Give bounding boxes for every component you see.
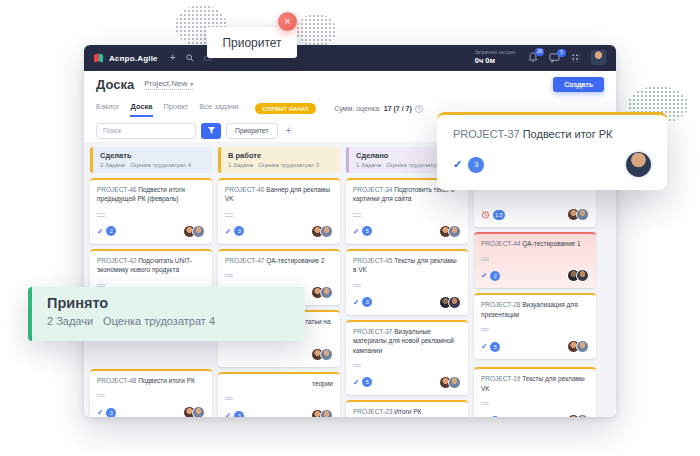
avatar xyxy=(576,208,589,221)
description-icon xyxy=(353,284,361,289)
task-card[interactable]: PROJECT-40 Баннер для рекламы VK ✓3 xyxy=(218,178,340,244)
bell-badge: 26 xyxy=(535,48,544,56)
check-icon: ✓ xyxy=(97,408,103,417)
task-card[interactable]: PROJECT-37 Визуальные материалы для ново… xyxy=(346,320,468,395)
avatar xyxy=(320,286,333,299)
tab-backlog[interactable]: Бэклог xyxy=(96,102,119,115)
estimate-badge: 5 xyxy=(362,226,372,236)
estimate-badge: 1.5 xyxy=(493,210,505,220)
notifications-bell-icon[interactable]: 26 xyxy=(528,52,538,63)
avatar xyxy=(448,376,461,389)
estimate-badge: 3 xyxy=(234,411,244,417)
check-icon: ✓ xyxy=(353,298,359,307)
check-icon: ✓ xyxy=(353,378,359,387)
description-icon xyxy=(97,213,105,218)
add-task-icon[interactable]: + xyxy=(170,53,176,63)
chevron-down-icon: ▾ xyxy=(190,80,193,87)
column-todo: Сделать 2 ЗадачиОценка трудозатрат 4 PRO… xyxy=(90,147,212,412)
description-icon xyxy=(481,402,489,407)
check-icon: ✓ xyxy=(481,416,487,417)
avatar xyxy=(576,269,589,282)
task-card[interactable]: PROJECT-48 Подвести итоги РК ✓3 xyxy=(90,369,212,417)
sprint-summary: Сумм. оценка: 17 (7 / 7) ? xyxy=(334,105,423,113)
page-header: Доска Project.New ▾ Создать xyxy=(84,71,616,98)
sprint-status-badge: СПРИНТ НАЧАТ xyxy=(255,103,316,114)
app-window: Аспро.Agile + Сп Затрачено сегодня 0ч 0м… xyxy=(84,45,616,417)
messages-badge: 5 xyxy=(557,49,566,57)
description-icon xyxy=(97,394,105,399)
app-name: Аспро.Agile xyxy=(109,54,158,63)
deadline-icon xyxy=(481,210,490,219)
info-icon[interactable]: ? xyxy=(415,105,423,113)
avatar xyxy=(320,225,333,238)
accepted-column-header-overlay: Принято 2 ЗадачиОценка трудозатрат 4 xyxy=(28,287,305,341)
estimate-badge: 5 xyxy=(490,342,500,352)
tab-project[interactable]: Проект xyxy=(164,102,189,115)
avatar xyxy=(448,225,461,238)
description-icon xyxy=(481,328,489,333)
estimate-badge: 3 xyxy=(362,297,372,307)
column-header[interactable]: В работе 1 ЗадачаОценка трудозатрат 3 xyxy=(218,147,340,173)
avatar xyxy=(626,152,651,177)
create-button[interactable]: Создать xyxy=(553,77,604,92)
avatar xyxy=(192,225,205,238)
task-card[interactable]: PROJECT-44 QA-тестирование 1 ✓2 xyxy=(474,232,596,288)
description-icon xyxy=(225,213,233,218)
tab-all-tasks[interactable]: Все задачи xyxy=(199,102,238,115)
search-input[interactable] xyxy=(96,123,196,139)
estimate-badge: 5 xyxy=(490,416,500,417)
task-card[interactable]: PROJECT-46 Подвести итоги предыдущей РК … xyxy=(90,178,212,244)
app-logo-icon xyxy=(94,53,104,63)
task-card[interactable]: теории ✓3 xyxy=(218,372,340,417)
estimate-badge: 2 xyxy=(490,271,500,281)
tab-board[interactable]: Доска xyxy=(130,102,152,117)
task-card[interactable]: PROJECT-23 Итоги РК ✓5 xyxy=(346,400,468,417)
avatar xyxy=(192,406,205,417)
estimate-badge: 3 xyxy=(468,157,484,173)
description-icon xyxy=(353,213,361,218)
task-card[interactable]: PROJECT-28 Визуализация для презентации … xyxy=(474,293,596,359)
estimate-badge: 3 xyxy=(234,226,244,236)
priority-filter-chip[interactable]: Приоритет xyxy=(226,123,278,139)
column-in-progress: В работе 1 ЗадачаОценка трудозатрат 3 PR… xyxy=(218,147,340,412)
funnel-icon xyxy=(207,126,216,135)
description-icon xyxy=(225,274,233,279)
avatar xyxy=(320,348,333,361)
check-icon: ✓ xyxy=(453,158,462,171)
project-selector[interactable]: Project.New ▾ xyxy=(144,79,193,90)
filter-button[interactable] xyxy=(201,123,221,139)
estimate-badge: 5 xyxy=(362,377,372,387)
close-icon[interactable]: × xyxy=(278,12,297,31)
messages-icon[interactable]: 5 xyxy=(549,53,560,63)
estimate-badge: 2 xyxy=(106,226,116,236)
decor-dots xyxy=(296,14,336,48)
description-icon xyxy=(481,257,489,262)
avatar xyxy=(320,409,333,417)
avatar xyxy=(576,340,589,353)
check-icon: ✓ xyxy=(97,227,103,236)
description-icon xyxy=(353,364,361,369)
priority-tooltip: Приоритет xyxy=(207,27,297,58)
task-card[interactable]: PROJECT-19 Тексты для рекламы VK ✓5 xyxy=(474,367,596,417)
apps-grid-icon[interactable] xyxy=(571,53,580,62)
estimate-badge: 3 xyxy=(106,408,116,417)
time-tracker[interactable]: Затрачено сегодня 0ч 0м xyxy=(475,50,515,65)
check-icon: ✓ xyxy=(225,411,231,417)
zoomed-task-card[interactable]: PROJECT-37 Подвести итог РК ✓ 3 xyxy=(437,112,667,190)
check-icon: ✓ xyxy=(481,271,487,280)
check-icon: ✓ xyxy=(225,227,231,236)
top-navbar: Аспро.Agile + Сп Затрачено сегодня 0ч 0м… xyxy=(84,45,616,71)
add-filter-button[interactable]: + xyxy=(283,125,295,136)
description-icon xyxy=(225,397,233,402)
check-icon: ✓ xyxy=(481,342,487,351)
page-title: Доска xyxy=(96,77,134,92)
user-avatar[interactable] xyxy=(591,50,606,65)
check-icon: ✓ xyxy=(353,227,359,236)
avatar xyxy=(448,296,461,309)
task-card[interactable]: PROJECT-45 Тексты для рекламы в VK ✓3 xyxy=(346,249,468,315)
column-header[interactable]: Сделать 2 ЗадачиОценка трудозатрат 4 xyxy=(90,147,212,173)
avatar xyxy=(576,414,589,417)
search-icon[interactable] xyxy=(186,54,194,62)
